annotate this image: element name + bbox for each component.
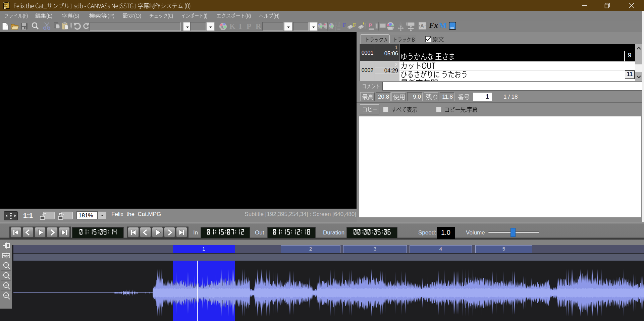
svg-text:A: A xyxy=(318,24,322,31)
svg-text:SST: SST xyxy=(4,4,9,7)
svg-text:P: P xyxy=(369,22,372,29)
svg-text:A: A xyxy=(420,23,424,29)
svg-text:A: A xyxy=(220,24,224,30)
svg-text:A: A xyxy=(329,24,333,31)
svg-text:}: } xyxy=(335,26,336,31)
